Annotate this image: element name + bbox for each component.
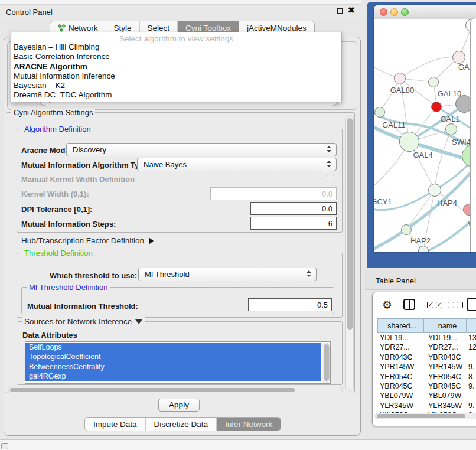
node-label-gal1: GAL1 [440, 115, 459, 123]
network-window-titlebar[interactable] [374, 5, 476, 19]
table-cell: 9. [466, 401, 476, 410]
network-node[interactable] [399, 132, 419, 152]
table-row[interactable]: YBR045CYBR045C9. [377, 381, 476, 391]
combo-spinner-icon [327, 146, 332, 154]
sources-title: Sources for Network Inference [24, 317, 132, 326]
attributes-scrollbar[interactable] [322, 343, 330, 383]
network-node[interactable] [428, 184, 441, 197]
node-label-gal10: GAL10 [438, 89, 461, 98]
bottom-tab-impute-data[interactable]: Impute Data [85, 418, 146, 431]
network-node[interactable] [431, 102, 442, 112]
node-label-swi4: SWI4 [452, 138, 471, 146]
mi-steps-label: Mutual Information Steps: [21, 220, 116, 229]
checked-box-icon[interactable]: ✓ [427, 302, 433, 308]
table-cell: YBR045C [377, 381, 423, 391]
mac-close-icon[interactable] [380, 8, 387, 16]
algorithm-option[interactable]: Mutual Information Inference [11, 71, 341, 81]
tab-label: Cyni Toolbox [185, 24, 231, 32]
table-row[interactable]: YPR145WYPR145W9. [377, 362, 476, 371]
attribute-item[interactable]: BetweennessCentrality [25, 362, 321, 371]
mi-type-select[interactable]: Naive Bayes [137, 158, 337, 171]
sources-toggle[interactable]: Sources for Network Inference [22, 317, 145, 326]
expanded-arrow-icon [135, 319, 142, 324]
bottom-tab-infer-network[interactable]: Infer Network [217, 418, 281, 431]
table-cell: YLR345W [377, 401, 423, 410]
mi-steps-field[interactable]: 6 [250, 217, 337, 230]
table-cell: 9. [466, 381, 476, 391]
unchecked-box-icon[interactable] [448, 302, 454, 308]
table-cell: 13 [466, 333, 476, 343]
network-node[interactable] [418, 246, 429, 252]
table-toolbar: ⚙ ✓ ✓ [373, 292, 476, 318]
float-icon[interactable] [337, 8, 343, 14]
table-horizontal-scrollbar[interactable] [375, 413, 476, 419]
apply-button[interactable]: Apply [158, 399, 200, 412]
settings-horizontal-scrollbar[interactable] [8, 387, 343, 393]
network-node[interactable] [428, 77, 439, 87]
column-header-shared...[interactable]: shared... [377, 318, 423, 333]
algorithm-option[interactable]: Bayesian – K2 [11, 81, 341, 90]
attribute-item[interactable]: SelfLoops [25, 343, 321, 352]
mi-threshold-field[interactable]: 0.5 [248, 298, 332, 311]
which-threshold-value: MI Threshold [145, 270, 190, 279]
table-header-row[interactable]: shared...name [377, 318, 476, 333]
table-cell: YBR045C [423, 381, 466, 391]
mac-zoom-icon[interactable] [401, 8, 409, 16]
attribute-item[interactable]: TopologicalCoefficient [25, 352, 321, 361]
table-cell: YPR145W [423, 362, 466, 371]
tab-label: Network [69, 24, 98, 32]
table-cell: YBR043C [423, 353, 466, 362]
table-row[interactable]: YBL079WYBL079W [377, 391, 476, 400]
table-cell: 12 [466, 343, 476, 352]
checked-box-icon[interactable]: ✓ [436, 302, 442, 308]
bottom-tab-discretize-data[interactable]: Discretize Data [146, 418, 217, 431]
aracne-mode-select[interactable]: Discovery [66, 143, 337, 156]
network-canvas[interactable]: GALGAL80GAL10GAL1SWI4GAL11GAL4GCY1HAP4YH… [374, 19, 476, 252]
data-attributes-label: Data Attributes [22, 331, 77, 340]
node-label-hap4: HAP4 [437, 198, 457, 207]
overlapping-window-edge [470, 18, 476, 252]
collapsed-panel-icon[interactable] [1, 443, 8, 449]
tab-label: Style [114, 24, 132, 32]
table-cell: YDR27... [423, 343, 466, 352]
network-node[interactable] [394, 73, 406, 84]
table-row[interactable]: YDL19...YDL19...13 [377, 333, 476, 343]
mac-minimize-icon[interactable] [390, 8, 398, 16]
data-attributes-list[interactable]: SelfLoopsTopologicalCoefficientBetweenne… [25, 341, 331, 384]
manual-kernel-label: Manual Kernel Width Definition [21, 175, 135, 184]
network-node[interactable] [401, 224, 412, 235]
gear-icon[interactable]: ⚙ [382, 298, 392, 312]
table-row[interactable]: YDR27...YDR27...12 [377, 343, 476, 352]
algorithm-option[interactable]: Bayesian – Hill Climbing [11, 43, 341, 52]
status-bar [0, 439, 476, 450]
attribute-item[interactable]: gal4RGexp [25, 371, 321, 381]
network-node[interactable] [374, 107, 385, 118]
column-header-extra[interactable] [466, 318, 476, 333]
network-window[interactable]: GALGAL80GAL10GAL1SWI4GAL11GAL4GCY1HAP4YH… [374, 5, 476, 252]
settings-vertical-scrollbar[interactable] [345, 116, 354, 391]
dpi-tolerance-label: DPI Tolerance [0,1]: [21, 205, 92, 214]
which-threshold-select[interactable]: MI Threshold [138, 268, 317, 281]
column-header-name[interactable]: name [423, 318, 466, 333]
control-panel-titlebar [0, 5, 361, 19]
algorithm-option[interactable]: Basic Correlation Inference [11, 52, 341, 61]
close-icon[interactable]: ✖ [348, 5, 355, 15]
kernel-width-field[interactable]: 0.0 [210, 187, 337, 200]
table-row[interactable]: YER054CYER054C8. [377, 372, 476, 381]
table-cell: YBL079W [377, 391, 423, 400]
aracne-mode-label: Aracne Mode: [21, 146, 72, 155]
network-node[interactable] [445, 123, 457, 135]
table-row[interactable]: YLR345WYLR345W9. [377, 401, 476, 410]
algorithm-option[interactable]: Dream8 DC_TDC Algorithm [11, 90, 341, 100]
algorithm-dropdown: Select algorithm to view settings Bayesi… [11, 32, 342, 102]
manual-kernel-checkbox[interactable] [327, 175, 334, 182]
node-label-gal11: GAL11 [382, 120, 406, 129]
table-cell: YPR145W [377, 362, 423, 371]
new-table-icon[interactable] [467, 298, 476, 311]
dpi-tolerance-field[interactable]: 0.0 [250, 202, 337, 215]
split-view-icon[interactable] [403, 299, 415, 310]
hub-definition-toggle[interactable]: Hub/Transcription Factor Definition [21, 236, 154, 245]
algorithm-option[interactable]: ARACNE Algorithm [11, 62, 341, 71]
unchecked-box-icon[interactable] [457, 302, 463, 308]
table-row[interactable]: YBR043CYBR043C [377, 353, 476, 362]
